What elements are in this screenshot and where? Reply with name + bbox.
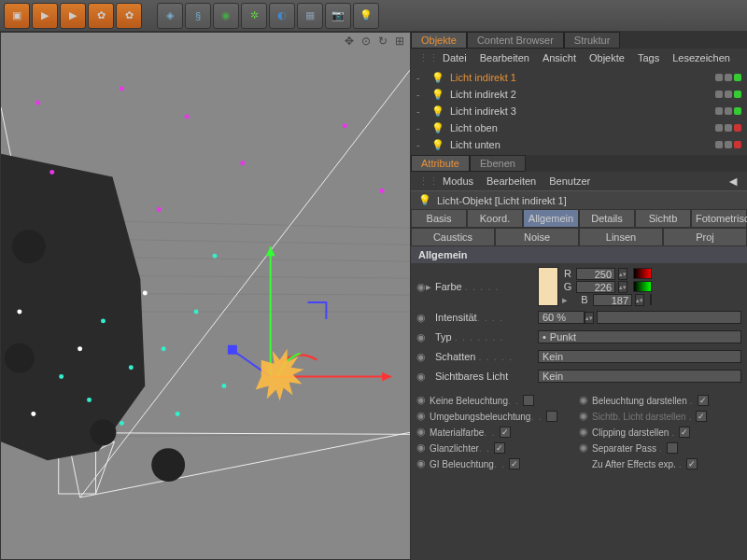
spinner-icon[interactable]: ▴▾ bbox=[618, 281, 627, 293]
tool-cube-icon[interactable]: ▣ bbox=[4, 3, 30, 29]
visibility-dot[interactable] bbox=[734, 141, 741, 148]
visible-light-dropdown[interactable]: Kein bbox=[538, 370, 741, 383]
spinner-icon[interactable]: ▴▾ bbox=[635, 294, 644, 306]
object-name[interactable]: Licht indirekt 1 bbox=[450, 72, 715, 83]
object-row[interactable]: -💡Licht indirekt 2 bbox=[411, 86, 747, 103]
visibility-dot[interactable] bbox=[725, 141, 732, 148]
menu-file[interactable]: Datei bbox=[443, 52, 467, 63]
prop-tab[interactable]: Sichtb bbox=[635, 209, 691, 228]
vp-maximize-icon[interactable]: ⊞ bbox=[393, 35, 406, 48]
menu-view[interactable]: Ansicht bbox=[543, 52, 576, 63]
shadow-dropdown[interactable]: Kein bbox=[538, 350, 741, 363]
light-icon: 💡 bbox=[431, 89, 444, 101]
grip-icon[interactable]: ⋮⋮⋮ bbox=[418, 175, 430, 188]
tool-deformer-icon[interactable]: ✲ bbox=[241, 3, 267, 29]
light-icon: 💡 bbox=[431, 72, 444, 84]
spinner-icon[interactable]: ▴▾ bbox=[585, 312, 594, 324]
tool-render-icon[interactable]: ▶ bbox=[32, 3, 58, 29]
tool-camera-icon[interactable]: 📷 bbox=[325, 3, 351, 29]
tool-render2-icon[interactable]: ▶ bbox=[60, 3, 86, 29]
object-name[interactable]: Licht indirekt 3 bbox=[450, 105, 715, 117]
tool-generator-icon[interactable]: ◉ bbox=[213, 3, 239, 29]
blue-slider[interactable] bbox=[650, 294, 652, 305]
menu-edit[interactable]: Bearbeiten bbox=[480, 52, 529, 63]
prop-tab[interactable]: Fotometrisch bbox=[691, 209, 747, 228]
prop-tab[interactable]: Koord. bbox=[467, 209, 523, 228]
grip-icon[interactable]: ⋮⋮⋮ bbox=[418, 52, 430, 64]
prop-tab[interactable]: Basis bbox=[411, 209, 467, 228]
visibility-dot[interactable] bbox=[725, 107, 732, 115]
visibility-dot[interactable] bbox=[725, 124, 732, 132]
object-row[interactable]: -💡Licht oben bbox=[411, 119, 747, 136]
checkbox[interactable]: ✓ bbox=[494, 442, 505, 454]
object-name[interactable]: Licht unten bbox=[450, 139, 715, 150]
checkbox[interactable]: ✓ bbox=[679, 427, 690, 438]
red-slider[interactable] bbox=[633, 268, 652, 279]
viewport-3d[interactable]: ✥ ⊙ ↻ ⊞ bbox=[0, 32, 411, 560]
intensity-input[interactable]: 60 % bbox=[538, 311, 585, 324]
checkbox[interactable]: ✓ bbox=[686, 458, 698, 469]
visibility-dot[interactable] bbox=[734, 107, 741, 115]
visibility-dot[interactable] bbox=[725, 74, 732, 81]
type-dropdown[interactable]: •Punkt bbox=[538, 330, 741, 343]
checkbox[interactable] bbox=[523, 395, 534, 406]
color-r-input[interactable]: 250 bbox=[576, 268, 615, 280]
menu-bookmarks[interactable]: Lesezeichen bbox=[672, 52, 730, 63]
checkbox[interactable] bbox=[667, 442, 678, 454]
nav-back-icon[interactable]: ◄ bbox=[726, 174, 740, 189]
color-swatch[interactable] bbox=[538, 267, 558, 306]
object-row[interactable]: -💡Licht indirekt 3 bbox=[411, 103, 747, 119]
tool-primitive-icon[interactable]: ◈ bbox=[157, 3, 183, 29]
visibility-dot[interactable] bbox=[715, 124, 723, 132]
intensity-slider[interactable] bbox=[597, 311, 741, 324]
object-name[interactable]: Licht indirekt 2 bbox=[450, 89, 715, 100]
prop-tab[interactable]: Proj bbox=[663, 228, 747, 246]
visibility-dot[interactable] bbox=[734, 74, 741, 81]
menu-user[interactable]: Benutzer bbox=[549, 175, 590, 187]
visibility-dot[interactable] bbox=[715, 74, 723, 81]
prop-tab[interactable]: Linsen bbox=[579, 228, 663, 246]
tab-objects[interactable]: Objekte bbox=[411, 32, 467, 49]
tool-spline-icon[interactable]: § bbox=[185, 3, 211, 29]
checkbox[interactable] bbox=[546, 411, 557, 422]
menu-edit[interactable]: Bearbeiten bbox=[486, 175, 536, 187]
object-row[interactable]: -💡Licht unten bbox=[411, 136, 747, 153]
prop-tab[interactable]: Noise bbox=[495, 228, 579, 246]
object-row[interactable]: -💡Licht indirekt 1 bbox=[411, 69, 747, 86]
tool-rendersettings2-icon[interactable]: ✿ bbox=[116, 3, 142, 29]
color-g-input[interactable]: 226 bbox=[576, 281, 615, 293]
tab-layers[interactable]: Ebenen bbox=[470, 155, 526, 172]
tab-structure[interactable]: Struktur bbox=[564, 32, 621, 49]
menu-objects[interactable]: Objekte bbox=[589, 52, 625, 63]
svg-point-33 bbox=[49, 170, 54, 175]
visibility-dot[interactable] bbox=[725, 91, 732, 98]
tab-content-browser[interactable]: Content Browser bbox=[467, 32, 564, 49]
green-slider[interactable] bbox=[633, 281, 652, 292]
prop-tab[interactable]: Caustics bbox=[411, 228, 495, 246]
tab-attribute[interactable]: Attribute bbox=[411, 155, 470, 172]
tool-rendersettings-icon[interactable]: ✿ bbox=[88, 3, 114, 29]
prop-tab[interactable]: Details bbox=[579, 209, 635, 228]
tool-floor-icon[interactable]: ▦ bbox=[297, 3, 323, 29]
vp-move-icon[interactable]: ✥ bbox=[343, 35, 356, 48]
prop-tab[interactable]: Allgemein bbox=[523, 209, 579, 228]
checkbox[interactable]: ✓ bbox=[500, 427, 511, 438]
object-name[interactable]: Licht oben bbox=[450, 122, 715, 133]
tool-light-icon[interactable]: 💡 bbox=[353, 3, 379, 29]
checkbox[interactable]: ✓ bbox=[509, 458, 520, 469]
check-label: Zu After Effects exp. . bbox=[592, 458, 683, 469]
checkbox[interactable]: ✓ bbox=[696, 411, 707, 422]
vp-zoom-icon[interactable]: ⊙ bbox=[359, 35, 373, 48]
menu-tags[interactable]: Tags bbox=[638, 52, 659, 63]
visibility-dot[interactable] bbox=[715, 107, 723, 115]
vp-rotate-icon[interactable]: ↻ bbox=[376, 35, 389, 48]
menu-mode[interactable]: Modus bbox=[443, 175, 473, 187]
visibility-dot[interactable] bbox=[734, 91, 741, 98]
visibility-dot[interactable] bbox=[715, 141, 723, 148]
visibility-dot[interactable] bbox=[734, 124, 741, 132]
visibility-dot[interactable] bbox=[715, 91, 723, 98]
color-b-input[interactable]: 187 bbox=[593, 294, 632, 306]
tool-environment-icon[interactable]: ◐ bbox=[269, 3, 295, 29]
checkbox[interactable]: ✓ bbox=[698, 395, 709, 406]
spinner-icon[interactable]: ▴▾ bbox=[618, 268, 627, 280]
